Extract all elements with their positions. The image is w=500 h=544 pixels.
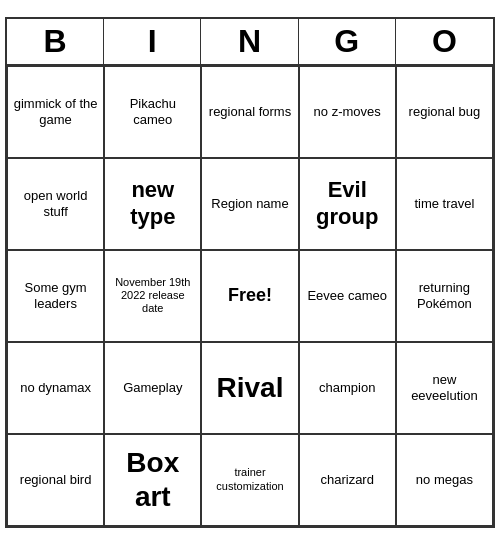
bingo-header: BINGO (7, 19, 493, 66)
bingo-cell: no z-moves (299, 66, 396, 158)
bingo-cell: Gameplay (104, 342, 201, 434)
bingo-cell: charizard (299, 434, 396, 526)
bingo-cell: new type (104, 158, 201, 250)
bingo-cell: Region name (201, 158, 298, 250)
bingo-cell: open world stuff (7, 158, 104, 250)
bingo-cell: no dynamax (7, 342, 104, 434)
bingo-cell: Eevee cameo (299, 250, 396, 342)
bingo-cell: Box art (104, 434, 201, 526)
bingo-cell: trainer customization (201, 434, 298, 526)
bingo-cell: November 19th 2022 release date (104, 250, 201, 342)
bingo-cell: champion (299, 342, 396, 434)
header-letter: N (201, 19, 298, 64)
bingo-cell: time travel (396, 158, 493, 250)
header-letter: G (299, 19, 396, 64)
bingo-card: BINGO gimmick of the gamePikachu cameore… (5, 17, 495, 528)
bingo-cell: regional forms (201, 66, 298, 158)
header-letter: O (396, 19, 493, 64)
bingo-cell: Some gym leaders (7, 250, 104, 342)
bingo-cell: returning Pokémon (396, 250, 493, 342)
bingo-cell: regional bird (7, 434, 104, 526)
bingo-cell: gimmick of the game (7, 66, 104, 158)
header-letter: I (104, 19, 201, 64)
header-letter: B (7, 19, 104, 64)
bingo-cell: Rival (201, 342, 298, 434)
bingo-grid: gimmick of the gamePikachu cameoregional… (7, 66, 493, 526)
bingo-cell: regional bug (396, 66, 493, 158)
bingo-cell: Pikachu cameo (104, 66, 201, 158)
bingo-cell: Evil group (299, 158, 396, 250)
bingo-cell: Free! (201, 250, 298, 342)
bingo-cell: no megas (396, 434, 493, 526)
bingo-cell: new eeveelution (396, 342, 493, 434)
